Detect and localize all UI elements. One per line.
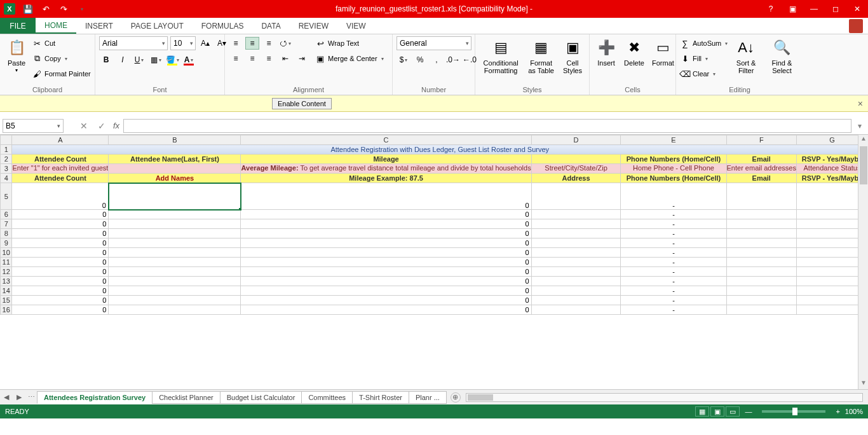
autosum-button[interactable]: ∑AutoSum <box>680 36 728 50</box>
cell[interactable] <box>726 248 796 258</box>
align-center-icon[interactable]: ≡ <box>245 52 259 65</box>
cell[interactable] <box>109 277 241 286</box>
cell[interactable]: Email <box>726 155 796 164</box>
tab-formulas[interactable]: FORMULAS <box>193 18 253 34</box>
cell[interactable]: - <box>621 248 726 258</box>
close-message-icon[interactable]: × <box>858 99 863 109</box>
cell[interactable]: Attendee Name(Last, First) <box>109 155 241 164</box>
scroll-up-icon[interactable]: ▲ <box>858 135 868 145</box>
expand-formula-bar-icon[interactable]: ▾ <box>854 121 865 130</box>
cancel-formula-icon[interactable]: ✕ <box>76 119 92 133</box>
find-select-button[interactable]: 🔍Find & Select <box>764 36 799 76</box>
minimize-icon[interactable]: — <box>803 0 825 18</box>
cell[interactable] <box>109 286 241 296</box>
cell[interactable]: 0 <box>241 286 531 296</box>
cell[interactable]: Average Mileage: To get average travel d… <box>241 164 531 174</box>
row-header[interactable]: 4 <box>1 174 12 183</box>
sheet-tab[interactable]: Budget List Calculator <box>220 391 302 404</box>
fill-button[interactable]: ⬇Fill <box>680 52 728 66</box>
help-icon[interactable]: ? <box>760 0 782 18</box>
cell[interactable]: 0 <box>241 296 531 305</box>
row-header[interactable]: 1 <box>1 145 12 155</box>
undo-icon[interactable]: ↶ <box>38 2 53 16</box>
zoom-slider[interactable] <box>762 410 825 413</box>
zoom-thumb[interactable] <box>792 408 797 415</box>
cell[interactable] <box>109 210 241 219</box>
tab-page-layout[interactable]: PAGE LAYOUT <box>122 18 193 34</box>
cell[interactable]: RSVP - Yes/Maybe <box>796 174 867 183</box>
row-header[interactable]: 13 <box>1 277 12 286</box>
cell[interactable]: Attendee Registration with Dues Ledger, … <box>12 145 868 155</box>
cell[interactable] <box>726 229 796 238</box>
cell[interactable]: - <box>621 210 726 219</box>
sheet-tab[interactable]: T-Shirt Roster <box>352 391 409 404</box>
cell[interactable] <box>531 277 621 286</box>
cell[interactable] <box>531 229 621 238</box>
cell[interactable]: 0 <box>241 238 531 248</box>
cell[interactable]: 0 <box>12 210 109 219</box>
cell[interactable]: 0 <box>241 248 531 258</box>
cell[interactable] <box>726 238 796 248</box>
sheet-tab[interactable]: Attendees Registration Survey <box>37 391 153 404</box>
cell[interactable] <box>109 305 241 315</box>
cell[interactable]: 0 <box>12 248 109 258</box>
row-header[interactable]: 8 <box>1 229 12 238</box>
row-header[interactable]: 6 <box>1 210 12 219</box>
cell[interactable] <box>726 219 796 229</box>
insert-cell-button[interactable]: ➕Insert <box>593 36 619 68</box>
row-header[interactable]: 15 <box>1 296 12 305</box>
row-header[interactable]: 2 <box>1 155 12 164</box>
font-color-button[interactable]: A <box>182 53 196 66</box>
save-icon[interactable]: 💾 <box>20 2 36 16</box>
cell[interactable] <box>726 296 796 305</box>
conditional-formatting-button[interactable]: ▤Conditional Formatting <box>479 36 522 76</box>
cell[interactable] <box>531 305 621 315</box>
cell[interactable]: - <box>621 305 726 315</box>
cell[interactable] <box>109 248 241 258</box>
cell[interactable] <box>531 286 621 296</box>
cell[interactable] <box>726 210 796 219</box>
cell[interactable]: 0 <box>12 305 109 315</box>
cell[interactable]: 0 <box>12 183 109 210</box>
formula-input[interactable] <box>123 119 851 133</box>
format-cell-button[interactable]: ▭Format <box>649 36 677 68</box>
cell[interactable]: - <box>621 277 726 286</box>
customize-qat-icon[interactable] <box>74 2 89 16</box>
name-box[interactable]: B5 <box>3 119 64 133</box>
tab-scroll-right-icon[interactable]: ▶ <box>13 393 25 401</box>
cell[interactable] <box>531 219 621 229</box>
cell[interactable]: 0 <box>12 229 109 238</box>
tab-scroll-left-icon[interactable]: ◀ <box>0 393 13 401</box>
user-avatar[interactable] <box>849 19 863 33</box>
vertical-scrollbar[interactable]: ▲ ▼ <box>858 135 868 389</box>
cell[interactable]: - <box>621 219 726 229</box>
cell[interactable]: - <box>621 286 726 296</box>
cell[interactable]: 0 <box>241 305 531 315</box>
tab-view[interactable]: VIEW <box>337 18 375 34</box>
percent-icon[interactable]: % <box>413 53 427 66</box>
format-as-table-button[interactable]: ▦Format as Table <box>525 36 557 76</box>
scroll-thumb[interactable] <box>860 146 867 184</box>
cell[interactable]: - <box>621 267 726 277</box>
enter-formula-icon[interactable]: ✓ <box>94 119 109 133</box>
tab-file[interactable]: FILE <box>0 18 36 34</box>
cell[interactable] <box>726 277 796 286</box>
col-header[interactable]: G <box>796 135 867 145</box>
cell[interactable] <box>109 229 241 238</box>
cell[interactable] <box>796 229 867 238</box>
clear-button[interactable]: ⌫Clear <box>680 67 728 81</box>
cell[interactable]: 0 <box>241 277 531 286</box>
ribbon-display-icon[interactable]: ▣ <box>782 0 803 18</box>
tab-data[interactable]: DATA <box>252 18 289 34</box>
row-header[interactable]: 10 <box>1 248 12 258</box>
format-painter-button[interactable]: 🖌Format Painter <box>32 67 91 81</box>
currency-icon[interactable]: $ <box>397 53 410 66</box>
cell[interactable] <box>109 164 241 174</box>
col-header[interactable]: C <box>241 135 531 145</box>
increase-decimal-icon[interactable]: .0→ <box>446 53 460 66</box>
cell[interactable] <box>796 248 867 258</box>
cell[interactable] <box>796 238 867 248</box>
decrease-decimal-icon[interactable]: ←.0 <box>463 53 477 66</box>
cell[interactable] <box>796 286 867 296</box>
cell[interactable] <box>109 183 241 210</box>
